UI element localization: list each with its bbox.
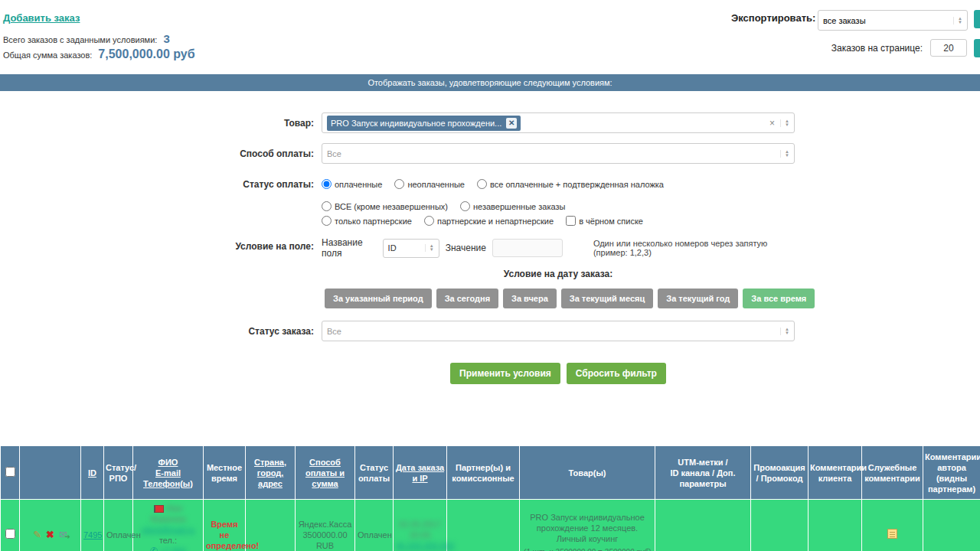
radio-paid-plus-cod-label: все оплаченные + подтвержденная наложка	[490, 180, 664, 189]
client-comments-cell	[808, 500, 862, 551]
export-select[interactable]: все заказы ▲▼	[818, 10, 968, 31]
header-id[interactable]: ID	[88, 468, 96, 478]
table-header-row: ID Статус/РПО ФИО E-mail Телефон(ы) Мест…	[1, 446, 980, 500]
reset-filter-button[interactable]: Сбросить фильтр	[567, 363, 666, 384]
checkbox-blacklist[interactable]: в чёрном списке	[566, 216, 643, 226]
checkbox-blacklist-input[interactable]	[566, 216, 576, 226]
apply-conditions-button[interactable]: Применить условия	[450, 363, 560, 384]
spinner-icon[interactable]: ▲▼	[425, 244, 434, 252]
country-flag-icon	[154, 505, 164, 513]
spinner-icon[interactable]: ▲▼	[780, 328, 789, 335]
order-status: Оплачен	[106, 530, 141, 540]
header-phone-link[interactable]: Телефон(ы)	[143, 479, 193, 488]
header-actions	[20, 446, 81, 500]
header-payment: Способ оплаты и сумма	[296, 446, 355, 500]
header-pay-status: Статусоплаты	[355, 446, 394, 500]
date-btn-today[interactable]: За сегодня	[436, 289, 498, 308]
radio-unpaid-input[interactable]	[394, 179, 404, 189]
header-email-link[interactable]: E-mail	[155, 468, 181, 478]
pay-status-label: Статус оплаты:	[0, 174, 322, 190]
radio-all-except-incomplete-input[interactable]	[322, 201, 332, 211]
radio-incomplete-label: незавершенные заказы	[473, 202, 565, 211]
field-condition-hint: Один или несколько номеров через запятую…	[593, 239, 795, 257]
spinner-icon[interactable]: ▲▼	[780, 150, 789, 158]
date-btn-yesterday[interactable]: За вчера	[503, 289, 557, 308]
field-name-label: Название поля	[322, 237, 377, 259]
date-btn-current-month[interactable]: За текущий месяц	[561, 289, 653, 308]
radio-all-except-incomplete[interactable]: ВСЕ (кроме незавершенных)	[322, 201, 448, 211]
delete-icon[interactable]: ✖	[46, 530, 54, 540]
header-promo: Промоакция/ Промокод	[751, 446, 808, 500]
total-sum-value: 7,500,000.00 руб	[98, 47, 194, 61]
spinner-icon[interactable]: ▲▼	[780, 119, 789, 127]
customer-email-link[interactable]: client@mail.ru	[142, 525, 195, 534]
radio-paid-plus-cod[interactable]: все оплаченные + подтвержденная наложка	[477, 179, 664, 189]
payment-method-value: Все	[327, 149, 341, 158]
date-range-buttons: За указанный период За сегодня За вчера …	[325, 289, 980, 308]
product-calculation: (1 шт. x 3500000.00 = 3500000 руб)	[522, 547, 652, 551]
utm-cell	[655, 500, 751, 551]
radio-paid[interactable]: оплаченные	[322, 179, 382, 189]
export-button[interactable]	[974, 10, 980, 28]
header-utm: UTM-метки /ID канала / Доп.параметры	[655, 446, 751, 500]
conditions-bar-title: Отображать заказы, удовлетворяющие следу…	[368, 78, 612, 87]
spinner-icon[interactable]: ▲▼	[953, 17, 962, 24]
per-page-apply-button[interactable]	[974, 39, 980, 57]
radio-unpaid[interactable]: неоплаченные	[394, 179, 465, 189]
product-tag: PRO Запуск индивидуальное прохождени... …	[327, 116, 521, 131]
mail-forward-icon[interactable]: ✉➜	[59, 530, 67, 540]
value-input[interactable]	[492, 239, 563, 257]
order-date: 02.05.2017 20:05	[399, 520, 441, 540]
payment-method-select[interactable]: Все ▲▼	[322, 143, 795, 164]
radio-incomplete-input[interactable]	[460, 201, 470, 211]
product-description: PRO Запуск индивидуальное прохождение 12…	[530, 513, 645, 543]
select-all-checkbox[interactable]	[5, 467, 15, 477]
pay-status-options-row2: только партнерские партнерские и непартн…	[322, 211, 795, 226]
header-status: Статус/РПО	[104, 446, 133, 500]
radio-partner-only[interactable]: только партнерские	[322, 216, 412, 226]
filters-panel: Товар: PRO Запуск индивидуальное прохожд…	[0, 91, 980, 410]
header-order-date-link[interactable]: Дата заказа	[396, 463, 444, 472]
export-label: Экспортировать:	[731, 12, 815, 24]
total-orders-value: 3	[163, 32, 169, 45]
per-page-input[interactable]	[930, 39, 967, 57]
radio-paid-plus-cod-input[interactable]	[477, 179, 487, 189]
radio-partner-and-non[interactable]: партнерские и непартнерские	[424, 216, 554, 226]
phone-icon: ✆	[150, 546, 158, 551]
date-btn-current-year[interactable]: За текущий год	[658, 289, 738, 308]
payment-method: Яндекс.Касса	[299, 520, 352, 529]
header-geo: Страна, город, адрес	[246, 446, 296, 500]
order-id-link[interactable]: 7495	[83, 530, 102, 540]
header-service-comments: Служебныекомментарии	[862, 446, 923, 500]
add-order-link[interactable]: Добавить заказ	[3, 12, 80, 24]
totals-block: Всего заказов с заданными условиями: 3 О…	[3, 32, 195, 64]
header-partners: Партнер(ы) икомиссионные	[447, 446, 520, 500]
radio-incomplete[interactable]: незавершенные заказы	[460, 201, 565, 211]
header-geo-link[interactable]: Страна,	[254, 458, 286, 467]
date-btn-period[interactable]: За указанный период	[325, 289, 432, 308]
date-btn-all-time[interactable]: За все время	[743, 289, 815, 308]
note-icon[interactable]	[887, 529, 897, 539]
field-name-select[interactable]: ID ▲▼	[383, 239, 439, 258]
conditions-bar: Отображать заказы, удовлетворяющие следу…	[0, 74, 980, 91]
row-checkbox[interactable]	[5, 529, 15, 539]
product-filter-label: Товар:	[0, 112, 322, 129]
edit-icon[interactable]: ✎	[33, 530, 41, 540]
promo-cell	[751, 500, 808, 551]
order-ip-link[interactable]: 95.000.000.000	[396, 541, 454, 550]
payment-amount: 3500000.00	[302, 530, 347, 540]
radio-partner-and-non-label: партнерские и непартнерские	[437, 217, 554, 226]
header-payment-link[interactable]: Способ	[309, 458, 341, 467]
clear-icon[interactable]: ×	[769, 118, 775, 129]
product-multiselect[interactable]: PRO Запуск индивидуальное прохождени... …	[322, 112, 795, 133]
radio-partner-and-non-input[interactable]	[424, 216, 434, 226]
radio-all-except-incomplete-label: ВСЕ (кроме незавершенных)	[335, 202, 448, 211]
order-status-label: Статус заказа:	[0, 321, 322, 337]
remove-product-tag-icon[interactable]: ✕	[506, 118, 517, 129]
radio-partner-only-label: только партнерские	[335, 217, 412, 226]
radio-paid-input[interactable]	[322, 179, 332, 189]
radio-partner-only-input[interactable]	[322, 216, 332, 226]
partners-cell	[447, 500, 520, 551]
order-status-select[interactable]: Все ▲▼	[322, 321, 795, 341]
header-fio-link[interactable]: ФИО	[158, 458, 178, 467]
